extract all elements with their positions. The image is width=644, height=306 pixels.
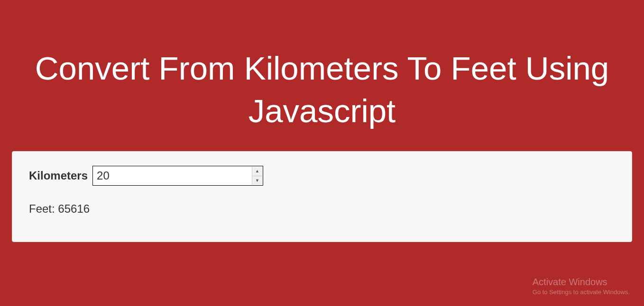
kilometers-input[interactable] [93, 166, 263, 185]
windows-activation-watermark: Activate Windows Go to Settings to activ… [533, 277, 630, 296]
feet-result-row: Feet: 65616 [29, 202, 615, 216]
kilometers-label: Kilometers [29, 169, 88, 182]
number-spinner: ▲ ▼ [252, 167, 262, 185]
feet-label: Feet: [29, 202, 58, 215]
converter-panel: Kilometers ▲ ▼ Feet: 65616 [12, 151, 632, 242]
kilometers-row: Kilometers ▲ ▼ [29, 166, 615, 186]
spinner-down-button[interactable]: ▼ [252, 176, 262, 185]
watermark-subtitle: Go to Settings to activate Windows. [533, 288, 630, 296]
feet-value: 65616 [58, 202, 90, 215]
kilometers-input-wrap: ▲ ▼ [92, 166, 263, 186]
page-title: Convert From Kilometers To Feet Using Ja… [12, 47, 632, 132]
spinner-up-button[interactable]: ▲ [252, 167, 262, 176]
watermark-title: Activate Windows [533, 277, 630, 288]
main-container: Convert From Kilometers To Feet Using Ja… [0, 47, 644, 242]
